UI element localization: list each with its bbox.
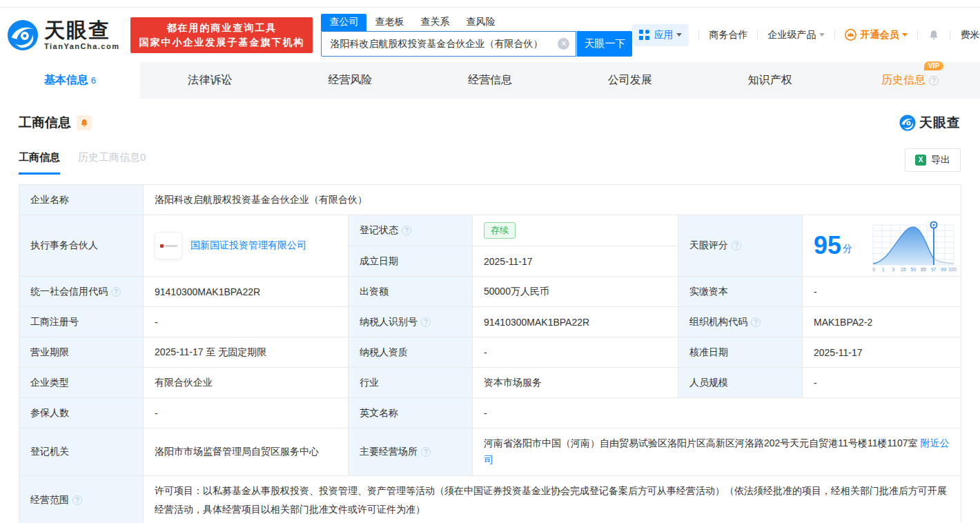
paid-capital-label: 实缴资本 — [678, 277, 803, 307]
table-row: 营业期限 2025-11-17 至 无固定期限 纳税人资质 - 核准日期 202… — [19, 337, 961, 368]
main-premises-value: 河南省洛阳市中国（河南）自由贸易试验区洛阳片区高新区河洛路202号天元自贸港11… — [473, 428, 961, 476]
search-area: 查公司 查老板 查关系 查风险 ✕ 天眼一下 — [321, 13, 632, 57]
company-type-label: 企业类型 — [19, 368, 144, 398]
insured-count-value: - — [144, 398, 349, 428]
main-premises-label: 主要经营场所? — [349, 428, 473, 476]
svg-text:0: 0 — [872, 267, 875, 272]
table-row: 执行事务合伙人 国新国证投资管理有限公司 登记状态? 存续 天眼评分? — [19, 215, 961, 246]
help-icon[interactable]: ? — [732, 241, 741, 250]
tab-company-development[interactable]: 公司发展 — [560, 62, 700, 99]
open-vip-menu[interactable]: 开通会员 — [845, 29, 908, 41]
basic-info-count: 6 — [91, 75, 96, 86]
svg-text:99: 99 — [941, 267, 946, 272]
tianyan-score-label: 天眼评分? — [678, 215, 803, 277]
org-code-label: 组织机构代码? — [678, 307, 803, 337]
help-icon[interactable]: ? — [421, 317, 431, 327]
logo-title: 天眼查 — [44, 20, 119, 41]
subtab-business-info[interactable]: 工商信息 — [19, 151, 60, 175]
uscc-label: 统一社会信用代码? — [19, 277, 144, 307]
svg-text:50: 50 — [911, 267, 917, 272]
search-tab-risk[interactable]: 查风险 — [458, 14, 503, 31]
header-right-menu: 应用 商务合作 企业级产品 开通会员 费米 — [632, 24, 980, 46]
tab-legal-litigation[interactable]: 法律诉讼 — [140, 62, 280, 99]
help-icon[interactable]: ? — [751, 317, 761, 327]
search-input[interactable] — [321, 31, 576, 57]
search-button[interactable]: 天眼一下 — [577, 31, 632, 57]
company-name-label: 企业名称 — [19, 185, 144, 215]
company-type-value: 有限合伙企业 — [144, 368, 349, 398]
promo-banner: 都在用的商业查询工具 国家中小企业发展子基金旗下机构 — [130, 17, 313, 53]
bell-icon — [928, 29, 940, 41]
industry-label: 行业 — [349, 368, 473, 398]
subscribe-alert-button[interactable] — [77, 115, 92, 130]
user-account-menu[interactable]: 费米 — [960, 29, 980, 41]
logo-domain: TianYanCha.com — [44, 42, 119, 50]
curve-tail-area — [934, 259, 954, 265]
score-distribution-chart[interactable]: 0 1 3 15 50 85 97 99 100 — [870, 218, 957, 273]
paid-capital-value: - — [803, 277, 961, 307]
company-name-value: 洛阳科改启航股权投资基金合伙企业（有限合伙） — [144, 185, 961, 215]
main-content: 工商信息 天眼查 工商信息 历史工商信息0 X 导出 — [0, 114, 980, 523]
tianyancha-swirl-icon — [7, 19, 39, 51]
tianyan-score-value: 95 分 — [803, 215, 961, 277]
export-button[interactable]: X 导出 — [905, 148, 961, 172]
staff-size-value: - — [803, 368, 961, 398]
chevron-down-icon — [819, 33, 825, 37]
enterprise-products-menu[interactable]: 企业级产品 — [767, 29, 825, 41]
search-tab-relation[interactable]: 查关系 — [412, 14, 458, 31]
menu-divider — [834, 30, 835, 40]
org-code-value: MAK1BPA2-2 — [803, 307, 961, 337]
chevron-down-icon — [902, 33, 908, 37]
notifications-button[interactable] — [928, 29, 940, 41]
tab-history-info[interactable]: 历史信息 VIP ? — [840, 62, 980, 99]
tab-operation-risk[interactable]: 经营风险 — [280, 62, 420, 99]
section-title: 工商信息 — [19, 114, 71, 132]
tab-operation-info[interactable]: 经营信息 — [420, 62, 560, 99]
approval-date-value: 2025-11-17 — [803, 337, 961, 368]
menu-divider — [757, 30, 758, 40]
svg-text:100: 100 — [948, 267, 957, 272]
chevron-down-icon — [676, 33, 682, 37]
tab-basic-info[interactable]: 基本信息 6 — [0, 62, 140, 99]
table-row: 企业类型 有限合伙企业 行业 资本市场服务 人员规模 - — [19, 368, 961, 398]
table-row: 经营范围? 许可项目：以私募基金从事股权投资、投资管理、资产管理等活动（须在中国… — [19, 476, 961, 523]
help-icon[interactable]: ? — [929, 76, 939, 86]
search-tab-boss[interactable]: 查老板 — [366, 14, 412, 31]
business-cooperation-link[interactable]: 商务合作 — [709, 29, 747, 41]
help-icon[interactable]: ? — [72, 495, 82, 505]
svg-text:15: 15 — [901, 267, 906, 272]
svg-text:97: 97 — [931, 267, 937, 272]
registration-authority-value: 洛阳市市场监督管理局自贸区服务中心 — [144, 428, 349, 476]
taxpayer-qualification-label: 纳税人资质 — [349, 337, 473, 368]
svg-text:85: 85 — [921, 267, 926, 272]
executive-partner-label: 执行事务合伙人 — [19, 215, 144, 277]
help-icon[interactable]: ? — [402, 226, 411, 235]
help-icon[interactable]: ? — [421, 447, 431, 457]
business-term-value: 2025-11-17 至 无固定期限 — [144, 337, 349, 368]
excel-icon: X — [915, 155, 926, 166]
svg-text:3: 3 — [892, 267, 894, 272]
table-row: 工商注册号 - 纳税人识别号? 91410300MAK1BPA22R 组织机构代… — [19, 307, 961, 337]
capital-value: 50000万人民币 — [473, 277, 678, 307]
help-icon[interactable]: ? — [111, 287, 121, 297]
page-top-divider — [0, 0, 980, 8]
bell-icon — [80, 119, 88, 128]
registration-status-label: 登记状态? — [349, 215, 473, 246]
subtab-history-business-info[interactable]: 历史工商信息0 — [78, 151, 146, 175]
executive-partner-value: 国新国证投资管理有限公司 — [144, 215, 349, 277]
english-name-value: - — [473, 398, 961, 428]
industry-value: 资本市场服务 — [473, 368, 678, 398]
tab-intellectual-property[interactable]: 知识产权 — [700, 62, 840, 99]
chart-axis-ticks: 0 1 3 15 50 85 97 99 100 — [872, 267, 957, 272]
search-tab-company[interactable]: 查公司 — [321, 14, 366, 31]
menu-divider — [950, 30, 950, 40]
establish-date-label: 成立日期 — [349, 246, 473, 277]
vip-badge: VIP — [924, 61, 943, 70]
apps-menu[interactable]: 应用 — [632, 24, 689, 46]
business-term-label: 营业期限 — [19, 337, 144, 368]
english-name-label: 英文名称 — [349, 398, 473, 428]
tianyancha-logo[interactable]: 天眼查 TianYanCha.com — [7, 19, 119, 51]
partner-company-logo[interactable] — [155, 232, 182, 259]
business-info-table: 企业名称 洛阳科改启航股权投资基金合伙企业（有限合伙） 执行事务合伙人 国新国证… — [19, 184, 961, 523]
partner-company-link[interactable]: 国新国证投资管理有限公司 — [190, 239, 306, 252]
